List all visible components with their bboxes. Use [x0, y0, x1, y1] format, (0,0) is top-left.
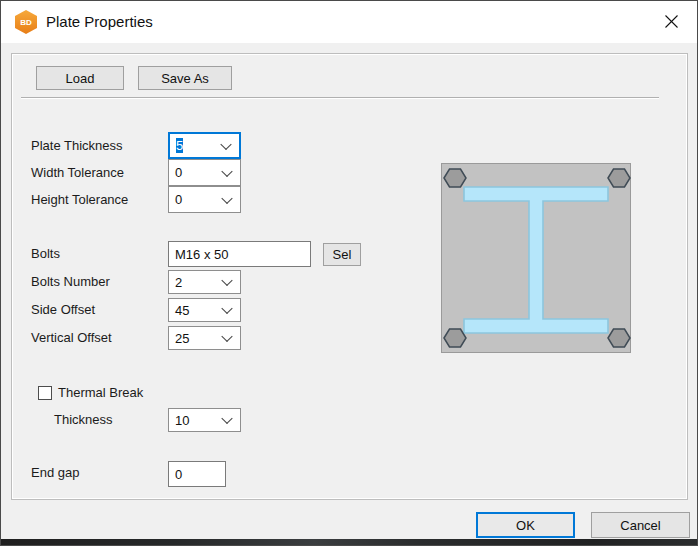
- plate-thickness-label: Plate Thickness: [31, 138, 123, 153]
- vertical-offset-value: 25: [175, 331, 189, 346]
- bolt-icon: [608, 329, 630, 347]
- thermal-break-label: Thermal Break: [58, 385, 143, 400]
- height-tolerance-combobox[interactable]: 0: [168, 186, 241, 213]
- vertical-offset-combobox[interactable]: 25: [168, 326, 241, 350]
- thickness-combobox[interactable]: 10: [168, 408, 241, 432]
- close-button[interactable]: [647, 1, 695, 42]
- thickness-value: 10: [175, 413, 189, 428]
- sel-button[interactable]: Sel: [323, 243, 361, 266]
- height-tolerance-value: 0: [175, 192, 182, 207]
- plate-thickness-value: 5: [176, 138, 183, 153]
- chevron-down-icon[interactable]: [221, 275, 232, 286]
- background-app-strip: [1, 539, 697, 545]
- width-tolerance-value: 0: [175, 165, 182, 180]
- ok-button[interactable]: OK: [476, 512, 575, 538]
- thickness-label: Thickness: [54, 412, 113, 427]
- plate-preview: [441, 163, 631, 353]
- chevron-down-icon[interactable]: [221, 331, 232, 342]
- close-icon: [665, 15, 678, 28]
- titlebar[interactable]: BD Plate Properties: [1, 1, 697, 43]
- chevron-down-icon[interactable]: [220, 138, 231, 149]
- bolts-input[interactable]: [168, 241, 311, 267]
- cancel-button[interactable]: Cancel: [591, 512, 690, 538]
- bolts-number-value: 2: [175, 275, 182, 290]
- end-gap-input[interactable]: [168, 461, 226, 487]
- save-as-button[interactable]: Save As: [138, 66, 232, 90]
- window-title: Plate Properties: [46, 13, 153, 30]
- chevron-down-icon[interactable]: [221, 192, 232, 203]
- side-offset-combobox[interactable]: 45: [168, 298, 241, 322]
- chevron-down-icon[interactable]: [221, 165, 232, 176]
- plate-thickness-combobox[interactable]: 5: [168, 132, 241, 159]
- load-button[interactable]: Load: [36, 66, 124, 90]
- bolt-icon: [608, 169, 630, 187]
- vertical-offset-label: Vertical Offset: [31, 330, 112, 345]
- bolts-number-label: Bolts Number: [31, 274, 110, 289]
- height-tolerance-label: Height Tolerance: [31, 192, 128, 207]
- bolt-icon: [444, 169, 466, 187]
- divider: [21, 97, 659, 99]
- app-icon: BD: [15, 10, 37, 34]
- bolts-label: Bolts: [31, 246, 60, 261]
- chevron-down-icon[interactable]: [221, 413, 232, 424]
- bolt-icon: [444, 329, 466, 347]
- thermal-break-checkbox[interactable]: [38, 386, 52, 400]
- side-offset-label: Side Offset: [31, 302, 95, 317]
- side-offset-value: 45: [175, 303, 189, 318]
- end-gap-label: End gap: [31, 465, 79, 480]
- plate-properties-dialog: BD Plate Properties Load Save As Plate T…: [0, 0, 698, 546]
- width-tolerance-label: Width Tolerance: [31, 165, 124, 180]
- width-tolerance-combobox[interactable]: 0: [168, 159, 241, 186]
- bolts-number-combobox[interactable]: 2: [168, 270, 241, 294]
- chevron-down-icon[interactable]: [221, 303, 232, 314]
